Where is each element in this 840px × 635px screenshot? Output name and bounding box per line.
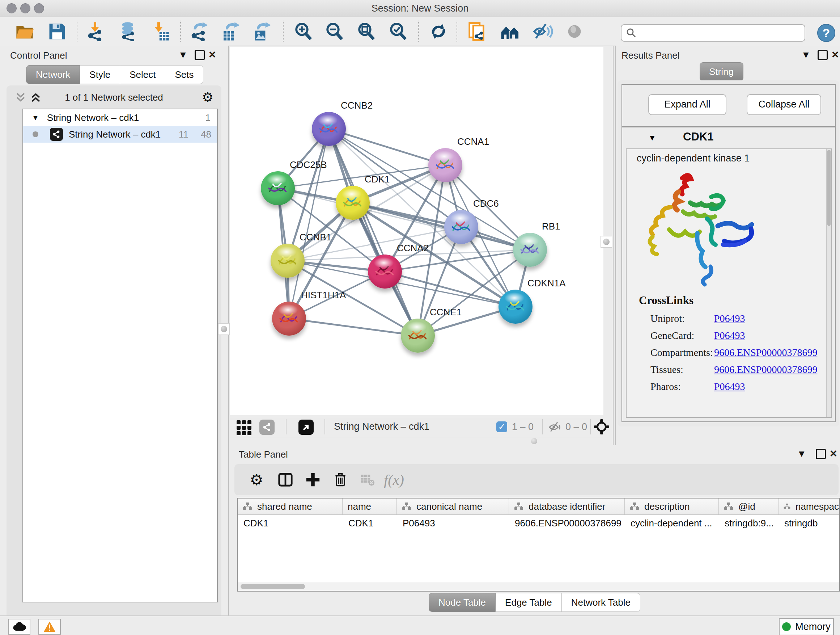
table-cell[interactable]: stringdb:9... <box>719 515 778 531</box>
tab-string[interactable]: String <box>699 62 744 81</box>
column-header-canonical-name[interactable]: canonical name <box>397 499 509 515</box>
network-edge[interactable] <box>289 318 418 336</box>
table-options-gear-icon[interactable]: ⚙ <box>246 469 267 490</box>
results-panel-close-icon[interactable]: ✕ <box>831 49 839 60</box>
collection-expand-arrow-icon[interactable]: ▼ <box>32 114 39 122</box>
export-network-icon[interactable] <box>189 21 210 42</box>
export-image-icon[interactable] <box>252 21 272 42</box>
tab-network[interactable]: Network <box>26 65 80 84</box>
import-network-from-database-icon[interactable] <box>118 21 138 42</box>
thumbnail-grid-icon[interactable] <box>236 419 253 435</box>
network-node-ccna2[interactable] <box>368 255 402 288</box>
crosslink-value-link[interactable]: P06493 <box>714 381 745 393</box>
column-header-shared-name[interactable]: shared name <box>238 499 343 515</box>
search-box[interactable] <box>621 24 805 42</box>
network-node-cdk1[interactable] <box>336 186 370 220</box>
column-header-name[interactable]: name <box>343 499 397 515</box>
help-icon[interactable]: ? <box>817 24 835 42</box>
apply-preferred-layout-icon[interactable] <box>428 21 448 42</box>
tab-network-table[interactable]: Network Table <box>562 593 640 612</box>
column-header-@id[interactable]: @id <box>719 499 778 515</box>
add-column-icon[interactable] <box>302 469 324 490</box>
show-columns-icon[interactable] <box>275 469 296 490</box>
network-node-ccnb1[interactable] <box>271 244 305 278</box>
crosslink-row: Pharos:P06493 <box>627 379 831 396</box>
protein-collapse-arrow-icon[interactable]: ▼ <box>648 133 656 143</box>
zoom-out-icon[interactable] <box>324 21 344 42</box>
horizontal-splitter-handle[interactable] <box>531 438 537 444</box>
column-header-database-identifier[interactable]: database identifier <box>509 499 625 515</box>
open-session-icon[interactable] <box>14 21 35 42</box>
crosslink-value-link[interactable]: P06493 <box>714 330 745 341</box>
table-cell[interactable]: cyclin-dependent ... <box>625 515 719 531</box>
zoom-in-icon[interactable] <box>293 21 313 42</box>
detach-view-icon[interactable] <box>298 420 314 435</box>
network-collection-row[interactable]: ▼ String Network – cdk1 1 <box>23 109 217 126</box>
import-table-from-file-icon[interactable] <box>150 21 170 42</box>
table-panel-float-icon[interactable]: ▼ <box>797 448 806 459</box>
table-cell[interactable]: P06493 <box>397 515 509 531</box>
results-panel-maximize-icon[interactable] <box>818 50 828 60</box>
crosslink-value-link[interactable]: P06493 <box>714 313 745 325</box>
warning-status-icon[interactable] <box>38 619 61 635</box>
search-input[interactable] <box>639 27 805 40</box>
table-horizontal-scrollbar[interactable] <box>238 582 839 591</box>
tab-style[interactable]: Style <box>80 65 120 84</box>
left-splitter-handle[interactable] <box>218 323 230 335</box>
protein-details-scrollbar[interactable] <box>826 149 831 417</box>
table-panel-close-icon[interactable]: ✕ <box>829 448 837 459</box>
table-cell[interactable]: CDK1 <box>343 515 397 531</box>
control-panel-close-icon[interactable]: ✕ <box>208 49 216 60</box>
hidden-count-eye-icon[interactable] <box>548 421 562 433</box>
crosslink-value-link[interactable]: 9606.ENSP00000378699 <box>714 347 817 358</box>
node-table[interactable]: shared namenamecanonical namedatabase id… <box>237 498 840 592</box>
export-table-icon[interactable] <box>221 21 241 42</box>
network-edge[interactable] <box>329 129 445 165</box>
column-header-namespac[interactable]: namespac <box>778 499 839 515</box>
right-splitter-handle[interactable] <box>600 236 612 248</box>
network-edge[interactable] <box>329 129 418 336</box>
network-node-ccne1[interactable] <box>401 318 435 353</box>
network-node-hist1h1a[interactable] <box>272 302 306 336</box>
network-node-rb1[interactable] <box>513 233 547 267</box>
network-canvas[interactable]: CCNB2CCNA1CDC25BCDK1CDC6RB1CCNB1CCNA2CDK… <box>230 47 603 415</box>
network-node-ccnb2[interactable] <box>312 112 346 146</box>
expand-all-button[interactable]: Expand All <box>648 94 726 115</box>
network-row-selected[interactable]: String Network – cdk1 11 48 <box>23 126 217 143</box>
table-panel-maximize-icon[interactable] <box>816 449 826 459</box>
results-panel: Results Panel ▼ ✕ String Expand All Coll… <box>615 46 840 445</box>
network-node-cdkn1a[interactable] <box>499 290 532 324</box>
memory-button[interactable]: Memory <box>779 618 834 635</box>
zoom-fit-icon[interactable] <box>356 21 376 42</box>
selected-count-checkbox-icon[interactable]: ✓ <box>496 421 507 432</box>
save-session-icon[interactable] <box>47 21 67 42</box>
tab-node-table[interactable]: Node Table <box>429 593 496 612</box>
control-panel-maximize-icon[interactable] <box>195 50 205 60</box>
table-row[interactable]: CDK1CDK1P064939606.ENSP00000378699cyclin… <box>238 515 839 531</box>
crosslink-value-link[interactable]: 9606.ENSP00000378699 <box>714 364 817 375</box>
control-panel-float-icon[interactable]: ▼ <box>178 49 188 60</box>
network-share-view-icon[interactable] <box>259 420 275 435</box>
tab-sets[interactable]: Sets <box>165 65 203 84</box>
zoom-selected-icon[interactable] <box>388 21 408 42</box>
collapse-all-button[interactable]: Collapse All <box>747 94 821 115</box>
cloud-status-icon[interactable] <box>8 619 30 635</box>
birds-eye-crosshair-icon[interactable] <box>594 419 609 435</box>
hide-selected-icon[interactable] <box>532 21 553 42</box>
results-panel-float-icon[interactable]: ▼ <box>801 49 811 60</box>
delete-column-trash-icon[interactable] <box>330 469 351 490</box>
network-node-cdc25b[interactable] <box>261 171 295 205</box>
network-node-cdc6[interactable] <box>444 210 478 244</box>
tab-select[interactable]: Select <box>120 65 165 84</box>
show-hidden-icon[interactable] <box>564 21 584 42</box>
first-neighbors-icon[interactable] <box>500 21 520 42</box>
network-node-ccna1[interactable] <box>428 148 462 182</box>
column-header-description[interactable]: description <box>625 499 719 515</box>
tab-edge-table[interactable]: Edge Table <box>496 593 562 612</box>
table-cell[interactable]: stringdb <box>778 515 839 531</box>
table-cell[interactable]: CDK1 <box>238 515 343 531</box>
import-network-from-file-icon[interactable] <box>86 21 106 42</box>
new-network-from-selection-icon[interactable] <box>467 21 488 42</box>
network-options-gear-icon[interactable]: ⚙ <box>202 90 213 105</box>
table-cell[interactable]: 9606.ENSP00000378699 <box>509 515 625 531</box>
